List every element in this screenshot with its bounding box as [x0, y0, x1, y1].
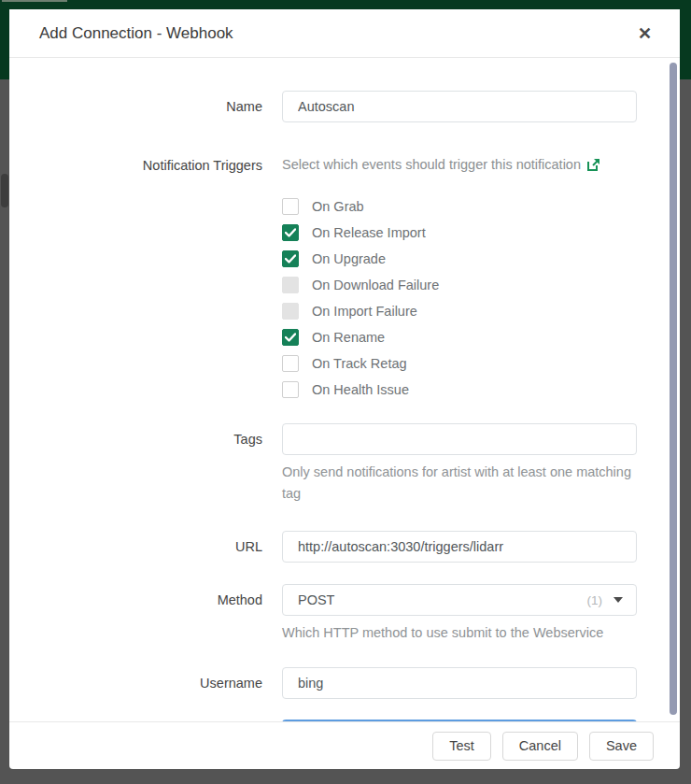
modal-body: Name Notification Triggers Select which … — [9, 58, 680, 721]
checkbox-icon — [282, 355, 299, 372]
username-row: Username — [9, 667, 680, 699]
method-row: Method POST (1) Which HTTP method to use… — [9, 584, 680, 644]
checkbox-label: On Download Failure — [312, 278, 439, 292]
username-label: Username — [9, 667, 282, 691]
checkbox-on-rename[interactable]: On Rename — [282, 324, 637, 350]
save-button[interactable]: Save — [589, 732, 654, 761]
username-input[interactable] — [282, 667, 637, 699]
checkbox-icon — [282, 277, 299, 293]
modal-header: Add Connection - Webhook ✕ — [9, 9, 680, 58]
modal-title: Add Connection - Webhook — [39, 24, 634, 43]
method-help-text: Which HTTP method to use submit to the W… — [282, 622, 637, 644]
method-label: Method — [9, 584, 282, 608]
checkbox-on-download-failure: On Download Failure — [282, 272, 637, 298]
checkbox-icon — [282, 329, 299, 346]
method-select[interactable]: POST (1) — [282, 584, 637, 616]
checkbox-label: On Release Import — [312, 225, 426, 240]
checkbox-on-import-failure: On Import Failure — [282, 298, 637, 324]
checkbox-icon — [282, 198, 299, 215]
dimmed-background-scroll-thumb — [1, 174, 8, 207]
dimmed-loading-bar — [2, 0, 67, 2]
tags-help-text: Only send notifications for artist with … — [282, 462, 637, 505]
checkbox-label: On Import Failure — [312, 304, 417, 319]
modal-footer: Test Cancel Save — [9, 721, 680, 769]
add-connection-webhook-modal: Add Connection - Webhook ✕ Name Notifica… — [9, 9, 680, 769]
chevron-down-icon — [613, 597, 623, 603]
checkbox-label: On Upgrade — [312, 251, 386, 266]
cancel-button[interactable]: Cancel — [502, 732, 578, 761]
url-input[interactable] — [282, 531, 637, 563]
checkbox-label: On Health Issue — [312, 382, 409, 397]
triggers-label: Notification Triggers — [9, 150, 282, 174]
checkbox-on-health-issue[interactable]: On Health Issue — [282, 377, 637, 403]
name-row: Name — [9, 91, 680, 122]
checkbox-on-track-retag[interactable]: On Track Retag — [282, 350, 637, 377]
external-link-icon[interactable] — [587, 158, 600, 171]
checkbox-icon — [282, 224, 299, 241]
close-icon[interactable]: ✕ — [634, 21, 656, 46]
name-label: Name — [9, 91, 282, 115]
modal-scrollbar[interactable] — [670, 63, 677, 715]
checkbox-icon — [282, 303, 299, 320]
method-count-badge: (1) — [587, 593, 603, 607]
triggers-checkbox-list: On Grab On Release Import On Upgrade On … — [282, 193, 637, 403]
checkbox-label: On Grab — [312, 199, 364, 214]
checkbox-on-upgrade[interactable]: On Upgrade — [282, 246, 637, 272]
url-row: URL — [9, 531, 680, 563]
triggers-row: Notification Triggers Select which event… — [9, 150, 680, 403]
tags-row: Tags Only send notifications for artist … — [9, 423, 680, 505]
triggers-helper: Select which events should trigger this … — [282, 150, 637, 172]
checkbox-label: On Track Retag — [312, 356, 407, 371]
tags-label: Tags — [9, 423, 282, 448]
checkbox-icon — [282, 381, 299, 398]
checkbox-on-grab[interactable]: On Grab — [282, 193, 637, 220]
checkbox-on-release-import[interactable]: On Release Import — [282, 220, 637, 246]
test-button[interactable]: Test — [432, 732, 491, 761]
password-label: Password — [9, 720, 282, 721]
password-input[interactable] — [282, 720, 637, 721]
tags-input[interactable] — [282, 423, 637, 455]
triggers-helper-text: Select which events should trigger this … — [282, 157, 581, 172]
checkbox-label: On Rename — [312, 330, 385, 345]
password-row: Password — [9, 720, 680, 721]
name-input[interactable] — [282, 91, 637, 122]
method-selected-value: POST — [298, 592, 587, 607]
checkbox-icon — [282, 250, 299, 267]
url-label: URL — [9, 531, 282, 555]
